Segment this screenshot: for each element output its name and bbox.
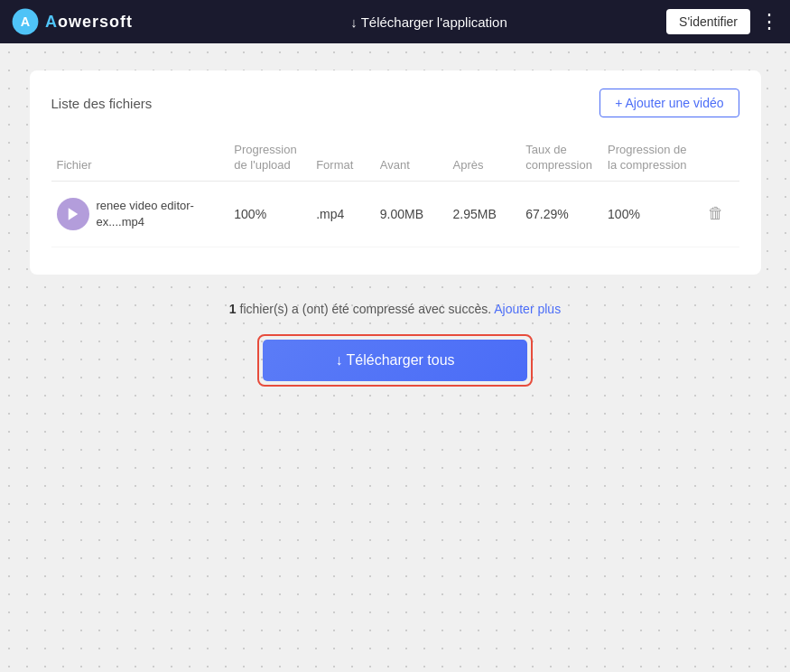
- format-cell: .mp4: [311, 181, 375, 247]
- upload-progress-cell: 100%: [228, 181, 311, 247]
- download-all-button[interactable]: ↓ Télécharger tous: [263, 340, 526, 381]
- file-name: renee video editor- ex....mp4: [97, 198, 194, 230]
- taux-cell: 67.29%: [520, 181, 602, 247]
- add-plus-link[interactable]: Ajouter plus: [494, 302, 561, 316]
- compression-progress-cell: 100%: [602, 181, 702, 247]
- col-header-apres: Après: [448, 135, 521, 181]
- download-app-button[interactable]: ↓ Télécharger l'application: [350, 14, 507, 30]
- svg-text:A: A: [21, 14, 31, 29]
- col-header-avant: Avant: [375, 135, 448, 181]
- table-row: renee video editor- ex....mp4 100% .mp4 …: [51, 181, 739, 247]
- main-card: Liste des fichiers + Ajouter une vidéo F…: [30, 70, 761, 275]
- download-all-wrapper: ↓ Télécharger tous: [229, 334, 561, 387]
- header-center: ↓ Télécharger l'application: [191, 14, 666, 30]
- table-header-row: Fichier Progression de l'upload Format A…: [51, 135, 739, 181]
- play-icon: [65, 206, 81, 222]
- card-header: Liste des fichiers + Ajouter une vidéo: [51, 89, 739, 117]
- col-header-progression-comp: Progression de la compression: [602, 135, 702, 181]
- header-right: S'identifier ⋮: [666, 9, 779, 34]
- file-cell: renee video editor- ex....mp4: [51, 181, 229, 247]
- add-video-button[interactable]: + Ajouter une vidéo: [599, 89, 739, 117]
- col-header-action: [702, 135, 739, 181]
- main-background: Liste des fichiers + Ajouter une vidéo F…: [0, 43, 790, 672]
- col-header-upload: Progression de l'upload: [228, 135, 311, 181]
- signin-button[interactable]: S'identifier: [666, 9, 750, 34]
- bottom-section: 1 fichier(s) a (ont) été compressé avec …: [229, 302, 561, 387]
- delete-button[interactable]: 🗑: [708, 204, 724, 223]
- logo-area: A Aowersoft: [11, 7, 191, 36]
- col-header-format: Format: [311, 135, 375, 181]
- col-header-taux: Taux de compression: [520, 135, 602, 181]
- avant-cell: 9.00MB: [375, 181, 448, 247]
- success-text-body: fichier(s) a (ont) été compressé avec su…: [240, 302, 492, 316]
- file-icon: [57, 198, 89, 230]
- delete-cell: 🗑: [702, 181, 739, 247]
- success-message: 1 fichier(s) a (ont) été compressé avec …: [229, 302, 561, 316]
- logo-icon: A: [11, 7, 40, 36]
- svg-marker-2: [68, 208, 78, 220]
- logo-text: Aowersoft: [45, 13, 133, 32]
- download-all-outer-border: ↓ Télécharger tous: [257, 334, 532, 387]
- card-title: Liste des fichiers: [51, 96, 153, 111]
- header: A Aowersoft ↓ Télécharger l'application …: [0, 0, 790, 43]
- file-table: Fichier Progression de l'upload Format A…: [51, 135, 739, 247]
- apres-cell: 2.95MB: [448, 181, 521, 247]
- col-header-fichier: Fichier: [51, 135, 229, 181]
- file-count: 1: [229, 302, 237, 316]
- more-menu-button[interactable]: ⋮: [759, 12, 779, 32]
